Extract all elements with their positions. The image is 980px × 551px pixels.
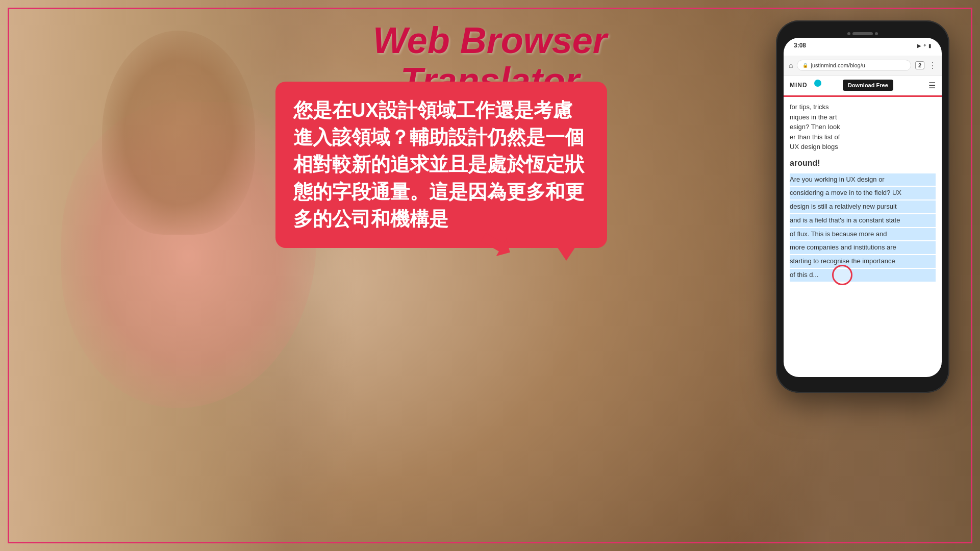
download-free-button[interactable]: Download Free xyxy=(843,80,893,91)
site-brand: MIND xyxy=(790,82,808,89)
status-icons: ▶ ⌖ ▮ xyxy=(917,42,932,48)
highlighted-line-7: starting to recognise the importance xyxy=(790,255,936,268)
phone-shell: 3:08 ▶ ⌖ ▮ ⌂ 🔒 justinmind.com/blog/u 2 ⋮ xyxy=(776,20,949,393)
address-bar[interactable]: 🔒 justinmind.com/blog/u xyxy=(797,60,911,71)
site-nav: MIND Download Free ☰ xyxy=(784,76,942,95)
phone-dot-1 xyxy=(847,32,850,35)
article-text-4: er than this list of xyxy=(790,133,840,141)
phone-top-dots xyxy=(784,28,942,38)
menu-dots-icon[interactable]: ⋮ xyxy=(928,61,937,70)
phone-dot-2 xyxy=(875,32,878,35)
article-intro: for tips, tricks niques in the art esign… xyxy=(790,102,936,152)
highlighted-paragraph: Are you working in UX design or consider… xyxy=(790,173,936,282)
phone-notch xyxy=(852,32,873,35)
highlighted-line-8: of this d... xyxy=(790,269,936,282)
touch-circle-indicator xyxy=(832,265,852,285)
highlighted-line-3: design is still a relatively new pursuit xyxy=(790,201,936,213)
translation-text: 您是在UX設計領域工作還是考慮進入該領域？輔助設計仍然是一個相對較新的追求並且是… xyxy=(293,97,589,233)
hamburger-icon[interactable]: ☰ xyxy=(928,81,936,90)
home-icon[interactable]: ⌂ xyxy=(789,61,793,69)
translation-bubble: 您是在UX設計領域工作還是考慮進入該領域？輔助設計仍然是一個相對較新的追求並且是… xyxy=(275,82,607,248)
battery-icon: ▮ xyxy=(928,43,932,48)
browser-bar[interactable]: ⌂ 🔒 justinmind.com/blog/u 2 ⋮ xyxy=(784,56,942,76)
highlighted-line-5: of flux. This is because more and xyxy=(790,228,936,241)
article-text-2: niques in the art xyxy=(790,113,837,121)
wifi-icon: ⌖ xyxy=(923,42,926,48)
article-content: for tips, tricks niques in the art esign… xyxy=(784,97,942,288)
phone-container: 3:08 ▶ ⌖ ▮ ⌂ 🔒 justinmind.com/blog/u 2 ⋮ xyxy=(776,20,949,393)
article-text-1: for tips, tricks xyxy=(790,103,829,111)
status-bar: 3:08 ▶ ⌖ ▮ xyxy=(784,38,942,53)
url-text: justinmind.com/blog/u xyxy=(811,62,865,68)
article-text-5: UX design blogs xyxy=(790,143,838,151)
highlighted-line-1: Are you working in UX design or xyxy=(790,173,936,186)
tab-badge[interactable]: 2 xyxy=(915,61,924,69)
phone-time: 3:08 xyxy=(794,42,806,49)
highlighted-line-2: considering a move in to the field? UX xyxy=(790,187,936,199)
lock-icon: 🔒 xyxy=(802,63,808,68)
highlighted-line-6: more companies and institutions are xyxy=(790,241,936,254)
phone-screen: 3:08 ▶ ⌖ ▮ ⌂ 🔒 justinmind.com/blog/u 2 ⋮ xyxy=(784,38,942,377)
teal-dot xyxy=(814,80,821,87)
screen-record-icon: ▶ xyxy=(917,43,921,48)
highlighted-line-4: and is a field that's in a constant stat… xyxy=(790,214,936,227)
article-text-3: esign? Then look xyxy=(790,123,840,131)
article-around: around! xyxy=(790,157,936,169)
